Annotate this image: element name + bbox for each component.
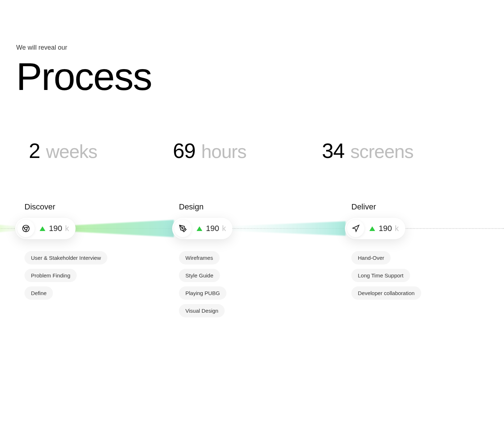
stage-metric-design: 190 k <box>172 218 233 239</box>
stat-unit: hours <box>201 141 246 162</box>
process-timeline: 190 k 190 k 190 k <box>0 218 504 239</box>
tag: User & Stakeholder Interview <box>24 251 107 264</box>
triangle-up-icon <box>40 226 45 231</box>
stage-label: Discover <box>24 202 140 212</box>
stats-row: 2 weeks 69 hours 34 screens <box>0 139 504 163</box>
eyebrow-text: We will reveal our <box>16 44 67 51</box>
tag: Wireframes <box>179 251 220 264</box>
stage-metric-discover: 190 k <box>15 218 76 239</box>
stat-weeks: 2 weeks <box>29 139 97 163</box>
metric-suffix: k <box>65 224 69 233</box>
metric-value: 190 <box>49 224 62 233</box>
metric-suffix: k <box>395 224 399 233</box>
navigation-icon <box>347 220 364 237</box>
stat-unit: weeks <box>46 141 97 162</box>
stage-tags: User & Stakeholder Interview Problem Fin… <box>24 251 140 300</box>
stage-deliver: Deliver Hand-Over Long Time Support Deve… <box>351 202 467 300</box>
tag: Developer collaboration <box>351 286 421 300</box>
stat-screens: 34 screens <box>322 139 413 163</box>
chrome-icon <box>17 220 35 237</box>
tag: Long Time Support <box>351 269 410 282</box>
metric-value: 190 <box>206 224 219 233</box>
tag: Style Guide <box>179 269 220 282</box>
triangle-up-icon <box>369 226 375 231</box>
stage-discover: Discover User & Stakeholder Interview Pr… <box>24 202 140 300</box>
stage-tags: Hand-Over Long Time Support Developer co… <box>351 251 467 300</box>
triangle-up-icon <box>197 226 202 231</box>
stage-metric-deliver: 190 k <box>345 218 405 239</box>
stat-unit: screens <box>350 141 413 162</box>
metric-suffix: k <box>222 224 226 233</box>
stage-label: Design <box>179 202 294 212</box>
metric-value: 190 <box>379 224 392 233</box>
tag: Hand-Over <box>351 251 391 264</box>
tag: Visual Design <box>179 304 225 317</box>
tag: Playing PUBG <box>179 286 226 300</box>
stat-value: 34 <box>322 139 345 162</box>
svg-point-8 <box>182 227 183 229</box>
stat-value: 2 <box>29 139 40 162</box>
stat-value: 69 <box>173 139 195 162</box>
tag: Problem Finding <box>24 269 77 282</box>
page-title: Process <box>16 54 152 99</box>
stat-hours: 69 hours <box>173 139 246 163</box>
svg-marker-9 <box>353 225 359 231</box>
stage-label: Deliver <box>351 202 467 212</box>
stage-tags: Wireframes Style Guide Playing PUBG Visu… <box>179 251 294 317</box>
tag: Define <box>24 286 53 300</box>
pen-tool-icon <box>174 220 192 237</box>
